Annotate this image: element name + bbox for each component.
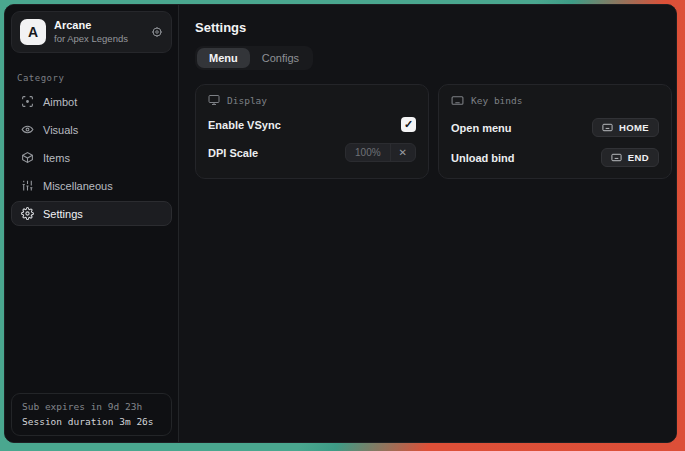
vsync-checkbox[interactable]: ✓ [401,117,416,132]
main-content: Settings Menu Configs Display Enable VSy… [179,5,677,442]
page-title: Settings [195,20,672,35]
keyboard-icon [451,94,464,107]
close-icon: ✕ [399,147,407,158]
vsync-label: Enable VSync [208,119,281,131]
sidebar-item-label: Visuals [43,124,78,136]
display-card: Display Enable VSync ✓ DPI Scale 100% ✕ [195,84,429,179]
sliders-icon [21,179,34,192]
target-icon[interactable] [151,26,163,38]
tab-menu[interactable]: Menu [197,48,250,68]
unload-bind-key: END [628,152,649,163]
sidebar-item-label: Miscellaneous [43,180,113,192]
tab-configs[interactable]: Configs [250,48,311,68]
brand-card[interactable]: A Arcane for Apex Legends [11,11,172,53]
sidebar-item-label: Items [43,152,70,164]
sidebar-nav: Aimbot Visuals Items [5,89,178,226]
tab-bar: Menu Configs [195,46,313,70]
display-card-title: Display [227,95,267,106]
sidebar-item-settings[interactable]: Settings [11,201,172,226]
open-menu-label: Open menu [451,122,512,134]
open-menu-key: HOME [619,122,649,133]
app-logo-letter: A [28,24,38,40]
sidebar-item-label: Aimbot [43,96,77,108]
gear-icon [21,207,34,220]
sub-expiry-text: Sub expires in 9d 23h [22,401,161,412]
app-window: A Arcane for Apex Legends Category [4,4,677,443]
crosshair-icon [21,95,34,108]
eye-icon [21,123,34,136]
unload-bind-label: Unload bind [451,152,515,164]
open-menu-row: Open menu HOME [451,118,659,137]
unload-bind-row: Unload bind END [451,148,659,167]
app-name: Arcane [54,19,143,33]
display-card-header: Display [208,94,416,106]
brand-text: Arcane for Apex Legends [54,19,143,45]
sidebar-item-aimbot[interactable]: Aimbot [11,89,172,114]
sidebar-item-label: Settings [43,208,83,220]
keybinds-card-title: Key binds [471,95,522,106]
category-label: Category [17,73,166,83]
sidebar: A Arcane for Apex Legends Category [5,5,179,442]
keyboard-icon [611,152,622,163]
sidebar-spacer [5,226,178,387]
dpi-row: DPI Scale 100% ✕ [208,143,416,162]
sidebar-item-items[interactable]: Items [11,145,172,170]
sidebar-item-visuals[interactable]: Visuals [11,117,172,142]
sidebar-item-miscellaneous[interactable]: Miscellaneous [11,173,172,198]
session-duration-text: Session duration 3m 26s [22,416,161,427]
dpi-label: DPI Scale [208,147,258,159]
open-menu-bind-button[interactable]: HOME [592,118,659,137]
box-icon [21,151,34,164]
monitor-icon [208,94,220,106]
vsync-row: Enable VSync ✓ [208,117,416,132]
keybinds-card: Key binds Open menu HOME [438,84,672,179]
keyboard-icon [602,122,613,133]
subscription-info-box: Sub expires in 9d 23h Session duration 3… [11,393,172,436]
dpi-scale-field: 100% ✕ [345,143,416,162]
unload-bind-button[interactable]: END [601,148,659,167]
app-logo: A [20,19,46,45]
keybinds-card-header: Key binds [451,94,659,107]
check-icon: ✓ [404,118,413,131]
settings-cards: Display Enable VSync ✓ DPI Scale 100% ✕ [195,84,672,179]
clear-dpi-button[interactable]: ✕ [390,144,415,161]
dpi-scale-input[interactable]: 100% [346,144,390,161]
app-subtitle: for Apex Legends [54,33,143,45]
